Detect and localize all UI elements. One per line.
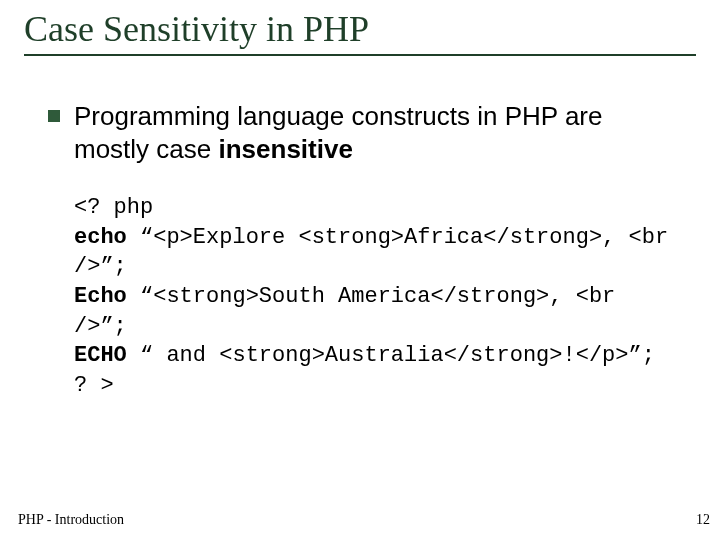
code-line-3: />”; — [74, 254, 127, 279]
bullet-text: Programming language constructs in PHP a… — [74, 100, 672, 165]
code-keyword-echo-1: echo — [74, 225, 127, 250]
code-line-5-rest: “ and <strong>Australia</strong>!</p>”; — [127, 343, 655, 368]
code-block: <? php echo “<p>Explore <strong>Africa</… — [74, 193, 672, 401]
code-line-2-rest: “<p>Explore <strong>Africa</strong>, <br — [127, 225, 668, 250]
code-line-1: <? php — [74, 195, 153, 220]
code-keyword-echo-2: Echo — [74, 284, 127, 309]
footer-left: PHP - Introduction — [18, 512, 124, 528]
code-line-4-rest: “<strong>South America</strong>, <br />”… — [74, 284, 629, 339]
body-region: Programming language constructs in PHP a… — [48, 100, 672, 401]
bullet-text-bold: insensitive — [219, 134, 353, 164]
page-title: Case Sensitivity in PHP — [24, 8, 696, 54]
code-line-6: ? > — [74, 373, 114, 398]
slide: Case Sensitivity in PHP Programming lang… — [0, 0, 720, 540]
bullet-item: Programming language constructs in PHP a… — [48, 100, 672, 165]
square-bullet-icon — [48, 110, 60, 122]
slide-number: 12 — [696, 512, 710, 528]
title-region: Case Sensitivity in PHP — [24, 8, 696, 56]
code-keyword-echo-3: ECHO — [74, 343, 127, 368]
title-underline — [24, 54, 696, 56]
